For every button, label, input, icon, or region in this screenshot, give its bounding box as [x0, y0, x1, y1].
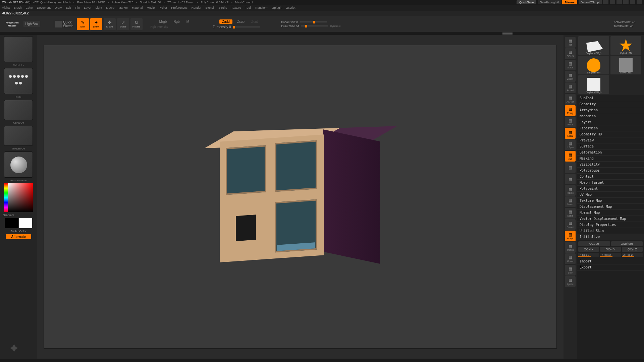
viewport[interactable]	[44, 45, 557, 349]
mrgb-button[interactable]: Mrgb	[157, 19, 169, 24]
side-polyf[interactable]: ▦PolyF	[565, 231, 576, 241]
rgb-button[interactable]: Rgb	[171, 19, 181, 24]
sys-icon[interactable]	[616, 0, 622, 4]
lightbox-button[interactable]: LightBox	[23, 21, 40, 27]
side-rotate[interactable]: ▦Rotate	[565, 219, 576, 230]
acc-unified-skin[interactable]: Unified Skin	[577, 228, 644, 234]
side-btn[interactable]: ▦	[565, 162, 576, 173]
menu-brush[interactable]: Brush	[14, 6, 22, 9]
menu-document[interactable]: Document	[37, 6, 51, 9]
side-scroll[interactable]: ▦Scroll	[565, 60, 576, 70]
menu-light[interactable]: Light	[96, 6, 102, 9]
side-move[interactable]: ▦Move	[565, 196, 576, 207]
qcylx-button[interactable]: QCyl X	[578, 247, 599, 252]
menu-transform[interactable]: Transform	[255, 6, 268, 9]
acc-morph-target[interactable]: Morph Target	[577, 180, 644, 186]
menu-stencil[interactable]: Stencil	[205, 6, 214, 9]
alpha-thumb[interactable]	[4, 100, 33, 120]
alternate-button[interactable]: Alternate	[6, 234, 31, 239]
menu-layer[interactable]: Layer	[84, 6, 92, 9]
side-zoom[interactable]: ▦Zoom	[565, 71, 576, 82]
menu-file[interactable]: File	[75, 6, 80, 9]
menu-preferences[interactable]: Preferences	[171, 6, 187, 9]
side-btn[interactable]: ▦	[565, 174, 576, 184]
menu-zplugin[interactable]: Zplugin	[272, 6, 282, 9]
acc-displacement-map[interactable]: Displacement Map	[577, 204, 644, 210]
zsub-button[interactable]: Zsub	[235, 19, 247, 24]
side-ghost[interactable]: ▦Ghost	[565, 253, 576, 264]
menu-render[interactable]: Render	[192, 6, 202, 9]
menu-movie[interactable]: Movie	[147, 6, 155, 9]
acc-fibermesh[interactable]: FiberMesh	[577, 125, 644, 131]
menu-picker[interactable]: Picker	[159, 6, 167, 9]
zcut-button[interactable]: Zcut	[249, 19, 260, 24]
scale-button[interactable]: ⤢Scale	[117, 18, 129, 30]
swatch-white[interactable]	[19, 218, 32, 228]
acc-normal-map[interactable]: Normal Map	[577, 210, 644, 216]
acc-uv-map[interactable]: UV Map	[577, 192, 644, 198]
texture-thumb[interactable]	[4, 126, 33, 146]
side-scale[interactable]: ▦Scale	[565, 208, 576, 219]
acc-surface[interactable]: Surface	[577, 143, 644, 149]
thumb-polymesh3d_1[interactable]: PolyMesh3D_1	[578, 75, 609, 94]
acc-subtool[interactable]: SubTool	[577, 95, 644, 101]
stroke-thumb[interactable]	[4, 68, 33, 94]
side-xyz[interactable]: ▦Xyz	[565, 151, 576, 162]
side-floor[interactable]: ▦Floor	[565, 117, 576, 127]
close-icon[interactable]	[637, 0, 642, 4]
default-zscript[interactable]: DefaultZScript	[579, 0, 602, 4]
qcube-button[interactable]: QCube	[578, 241, 610, 246]
acc-geometry-hd[interactable]: Geometry HD	[577, 131, 644, 137]
side-spix-3[interactable]: ▦SPix 3	[565, 48, 576, 59]
maximize-icon[interactable]	[630, 0, 635, 4]
rotate-button[interactable]: ↻Rotate	[130, 18, 143, 30]
thumb-polymesh3d_1[interactable]: PolyMesh3D_1	[578, 36, 609, 55]
menu-color[interactable]: Color	[26, 6, 33, 9]
acc-nanomesh[interactable]: NanoMesh	[577, 113, 644, 119]
side-persp[interactable]: ▦Persp	[565, 105, 576, 116]
qcylz-button[interactable]: QCyl Z	[622, 247, 643, 252]
acc-masking[interactable]: Masking	[577, 156, 644, 162]
swatch-black[interactable]	[5, 218, 18, 228]
menu-texture[interactable]: Texture	[231, 6, 241, 9]
acc-initialize[interactable]: Initialize	[577, 234, 644, 240]
sys-icon[interactable]	[603, 0, 608, 4]
menu-material[interactable]: Material	[132, 6, 143, 9]
minimize-icon[interactable]	[623, 0, 629, 4]
import-button[interactable]: Import	[577, 258, 644, 264]
zadd-button[interactable]: Zadd	[219, 19, 232, 24]
acc-display-properties[interactable]: Display Properties	[577, 222, 644, 228]
thumb-lowerlegs[interactable]: LowerLegs	[610, 56, 641, 74]
acc-contact[interactable]: Contact	[577, 174, 644, 180]
sys-icon[interactable]	[610, 0, 615, 4]
side-init[interactable]: ▦Init	[565, 37, 576, 48]
h-scrollbar[interactable]	[0, 32, 644, 35]
switch-color[interactable]: SwitchColor	[10, 230, 26, 233]
menu-tool[interactable]: Tool	[245, 6, 251, 9]
side-solo[interactable]: ▦Solo	[565, 265, 576, 276]
acc-texture-map[interactable]: Texture Map	[577, 198, 644, 204]
acc-visibility[interactable]: Visibility	[577, 162, 644, 168]
yres-slider[interactable]: Y Res 2	[600, 253, 621, 257]
menu-draw[interactable]: Draw	[55, 6, 62, 9]
acc-layers[interactable]: Layers	[577, 119, 644, 125]
side-actual[interactable]: ▦Actual	[565, 82, 576, 93]
brush-thumb[interactable]	[4, 36, 33, 62]
side-local[interactable]: ▦Local	[565, 128, 576, 139]
color-picker[interactable]	[4, 183, 33, 212]
quicksave-button[interactable]: QuickSave	[517, 0, 537, 4]
qsphere-button[interactable]: QSphere	[611, 241, 643, 246]
menus-button[interactable]: Menus	[562, 0, 577, 4]
draw-button[interactable]: ✦Draw	[90, 18, 102, 30]
side-xpose[interactable]: ▦Xpose	[565, 276, 576, 287]
m-button[interactable]: M	[184, 19, 191, 24]
zres-slider[interactable]: Z Res 2	[622, 253, 643, 257]
menu-stroke[interactable]: Stroke	[218, 6, 227, 9]
material-thumb[interactable]	[4, 152, 33, 178]
menu-marker[interactable]: Marker	[118, 6, 128, 9]
acc-geometry[interactable]: Geometry	[577, 101, 644, 107]
acc-arraymesh[interactable]: ArrayMesh	[577, 107, 644, 113]
thumb-simplebrush[interactable]: SimpleBrush	[578, 56, 609, 74]
side-l.sym[interactable]: ▦L.Sym	[565, 139, 576, 150]
xres-slider[interactable]: X Res 2	[578, 253, 599, 257]
